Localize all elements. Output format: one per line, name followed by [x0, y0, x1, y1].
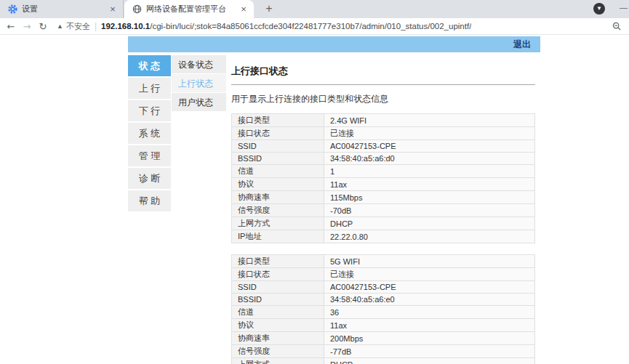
table-row: 信号强度 -70dB	[232, 204, 535, 217]
table-row: 信道 1	[232, 165, 535, 178]
zoom-search-icon[interactable]	[612, 22, 622, 31]
page-description: 用于显示上行连接的接口类型和状态信息	[231, 93, 535, 105]
row-value: 34:58:40:a5:a6:d0	[324, 153, 535, 165]
row-value: AC00427153-CPE	[324, 140, 535, 153]
main-content: 上行接口状态 用于显示上行连接的接口类型和状态信息 接口类型 2.4G WIFI…	[231, 65, 535, 364]
row-value: 22.22.0.80	[324, 230, 535, 243]
sidebar-item[interactable]: 帮 助	[128, 190, 171, 211]
row-label: 接口状态	[232, 268, 324, 281]
forward-button[interactable]: →	[19, 21, 35, 32]
table-row: SSID AC00427153-CPE	[232, 140, 535, 153]
not-secure-warning-icon: ▲	[57, 23, 63, 30]
row-value: 2.4G WIFI	[324, 114, 535, 127]
row-value: 已连接	[324, 127, 535, 140]
row-value: 34:58:40:a5:a6:e0	[324, 294, 535, 306]
row-label: 接口类型	[232, 255, 324, 268]
title-divider	[231, 84, 535, 85]
download-icon[interactable]: ▼	[593, 3, 605, 15]
row-label: 上网方式	[232, 358, 324, 364]
row-value: 已连接	[324, 268, 535, 281]
table-row: 协商速率 200Mbps	[232, 332, 535, 345]
row-value: -77dB	[324, 345, 535, 358]
row-value: -70dB	[324, 204, 535, 217]
reload-button[interactable]: ↻	[35, 21, 51, 32]
table-row: BSSID 34:58:40:a5:a6:e0	[232, 294, 535, 306]
browser-window: 设置 × 网络设备配置管理平台 × + ▼ — ← → ↻ ▲ 不安全 | 1	[0, 0, 629, 364]
row-label: SSID	[232, 140, 324, 153]
page-header-bar: 退出	[128, 36, 540, 52]
page-title: 上行接口状态	[231, 65, 535, 78]
url-divider: |	[95, 21, 97, 31]
tab-title: 设置	[22, 4, 107, 15]
sidebar-item[interactable]: 管 理	[128, 145, 171, 166]
address-bar[interactable]: ▲ 不安全 | 192.168.10.1/cgi-bin/luci/;stok=…	[57, 21, 606, 32]
row-value: 1	[324, 165, 535, 178]
new-tab-button[interactable]: +	[262, 2, 276, 17]
tab-title: 网络设备配置管理平台	[146, 4, 238, 15]
table-row: 协议 11ax	[232, 319, 535, 332]
table-row: SSID AC00427153-CPE	[232, 281, 535, 294]
close-icon[interactable]: ×	[107, 4, 119, 15]
table-row: 接口状态 已连接	[232, 268, 535, 281]
row-label: IP地址	[232, 230, 324, 243]
submenu-item[interactable]: 上行状态	[172, 74, 226, 93]
row-value: AC00427153-CPE	[324, 281, 535, 294]
tab-settings[interactable]: 设置 ×	[0, 0, 124, 18]
row-value: 5G WIFI	[324, 255, 535, 268]
row-label: 上网方式	[232, 217, 324, 230]
sidebar-nav: 状 态 上 行 下 行 系 统 管 理 诊 断 帮 助	[128, 55, 171, 213]
close-icon[interactable]: ×	[238, 4, 249, 15]
table-row: 接口状态 已连接	[232, 127, 535, 140]
uplink-status-table-2g: 接口类型 2.4G WIFI 接口状态 已连接 SSID AC00427153-…	[231, 113, 535, 243]
minimize-button[interactable]: —	[620, 1, 628, 13]
tab-device-admin[interactable]: 网络设备配置管理平台 ×	[124, 0, 254, 18]
table-row: BSSID 34:58:40:a5:a6:d0	[232, 153, 535, 165]
row-label: 协议	[232, 319, 324, 332]
security-label[interactable]: 不安全	[66, 21, 90, 32]
row-label: 接口状态	[232, 127, 324, 140]
uplink-status-table-5g: 接口类型 5G WIFI 接口状态 已连接 SSID AC00427153-CP…	[231, 254, 535, 364]
submenu-nav: 设备状态 上行状态 用户状态	[172, 55, 226, 112]
url-text[interactable]: 192.168.10.1/cgi-bin/luci/;stok=84a85061…	[101, 22, 471, 31]
row-label: 信号强度	[232, 345, 324, 358]
row-label: 协议	[232, 178, 324, 191]
back-button[interactable]: ←	[3, 21, 19, 32]
row-label: SSID	[232, 281, 324, 294]
sidebar-item[interactable]: 诊 断	[128, 168, 171, 189]
row-value: 36	[324, 306, 535, 319]
url-path: /cgi-bin/luci/;stok=84a85061ccfcde304f22…	[150, 22, 471, 31]
logout-button[interactable]: 退出	[513, 36, 531, 52]
row-value: DHCP	[324, 217, 535, 230]
table-row: 协议 11ax	[232, 178, 535, 191]
row-label: 信号强度	[232, 204, 324, 217]
gear-icon	[7, 4, 17, 15]
row-label: 信道	[232, 165, 324, 178]
sidebar-item[interactable]: 系 统	[128, 123, 171, 144]
row-label: 接口类型	[232, 114, 324, 127]
table-row: 上网方式 DHCP	[232, 217, 535, 230]
row-label: BSSID	[232, 294, 324, 306]
tab-bar: 设置 × 网络设备配置管理平台 × + ▼ —	[0, 0, 629, 18]
row-value: DHCP	[324, 358, 535, 364]
table-row: 信道 36	[232, 306, 535, 319]
browser-toolbar: ← → ↻ ▲ 不安全 | 192.168.10.1/cgi-bin/luci/…	[0, 18, 629, 35]
globe-icon	[132, 4, 142, 15]
table-row: 接口类型 5G WIFI	[232, 255, 535, 268]
submenu-item[interactable]: 用户状态	[172, 93, 226, 112]
row-label: 协商速率	[232, 191, 324, 204]
row-value: 115Mbps	[324, 191, 535, 204]
row-value: 200Mbps	[324, 332, 535, 345]
row-label: 协商速率	[232, 332, 324, 345]
table-row: 接口类型 2.4G WIFI	[232, 114, 535, 127]
row-label: BSSID	[232, 153, 324, 165]
sidebar-item[interactable]: 上 行	[128, 78, 171, 99]
table-row: 信号强度 -77dB	[232, 345, 535, 358]
url-host: 192.168.10.1	[101, 22, 150, 31]
sidebar-item[interactable]: 下 行	[128, 100, 171, 121]
table-row: 上网方式 DHCP	[232, 358, 535, 364]
table-row: 协商速率 115Mbps	[232, 191, 535, 204]
row-value: 11ax	[324, 178, 535, 191]
submenu-item[interactable]: 设备状态	[172, 55, 226, 74]
sidebar-item[interactable]: 状 态	[128, 55, 171, 76]
table-row: IP地址 22.22.0.80	[232, 230, 535, 243]
